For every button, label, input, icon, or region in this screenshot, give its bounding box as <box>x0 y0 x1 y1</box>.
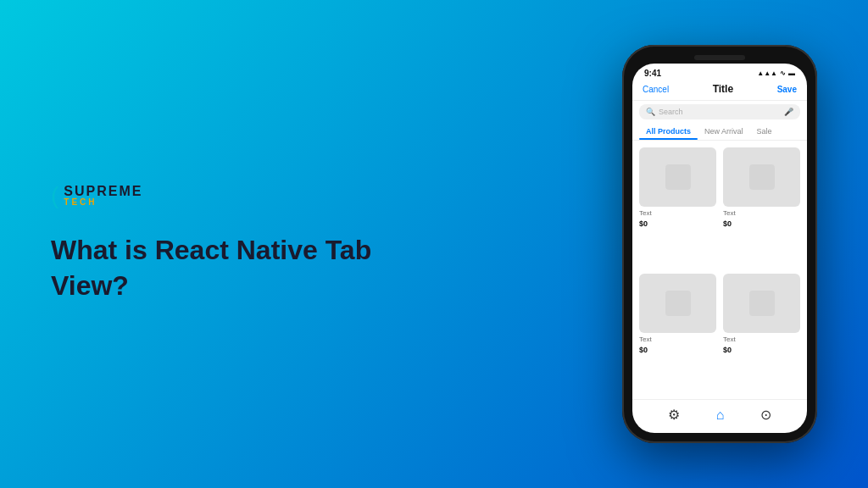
logo-tech: TECH <box>64 198 142 207</box>
signal-icon: ▲▲▲ <box>757 69 777 77</box>
product-card-2[interactable]: Text $0 <box>723 147 800 267</box>
logo: ( SUPREME TECH <box>51 184 622 208</box>
left-panel: ( SUPREME TECH What is React Native Tab … <box>51 184 622 303</box>
tab-sale[interactable]: Sale <box>750 123 779 140</box>
battery-icon: ▬ <box>788 69 795 77</box>
mic-icon[interactable]: 🎤 <box>784 108 793 116</box>
profile-tab-icon[interactable]: ⊙ <box>760 407 771 423</box>
product-image-1 <box>639 147 716 207</box>
product-price-2: $0 <box>723 219 800 228</box>
nav-cancel-button[interactable]: Cancel <box>643 85 669 94</box>
nav-save-button[interactable]: Save <box>777 85 797 94</box>
product-name-2: Text <box>723 209 800 217</box>
wifi-icon: ∿ <box>780 69 786 77</box>
search-icon: 🔍 <box>646 108 655 116</box>
product-name-4: Text <box>723 336 800 343</box>
tab-new-arrival[interactable]: New Arrival <box>698 123 750 140</box>
home-tab-icon[interactable]: ⌂ <box>716 408 725 423</box>
phone-notch <box>694 55 745 60</box>
tab-all-products[interactable]: All Products <box>639 123 698 140</box>
product-grid: Text $0 Text $0 Text $0 <box>632 141 807 399</box>
logo-bracket-icon: ( <box>51 184 58 208</box>
product-name-1: Text <box>639 209 716 217</box>
settings-tab-icon[interactable]: ⚙ <box>668 407 680 423</box>
product-price-4: $0 <box>723 346 800 354</box>
product-price-1: $0 <box>639 219 716 228</box>
product-card-1[interactable]: Text $0 <box>639 147 716 267</box>
product-price-3: $0 <box>639 346 716 354</box>
status-icons: ▲▲▲ ∿ ▬ <box>757 69 795 77</box>
search-bar[interactable]: 🔍 Search 🎤 <box>639 104 800 119</box>
phone-frame: 9:41 ▲▲▲ ∿ ▬ Cancel Title Save 🔍 Search … <box>622 45 817 443</box>
logo-supreme: SUPREME <box>64 185 142 198</box>
product-image-placeholder-3 <box>665 291 691 316</box>
status-bar: 9:41 ▲▲▲ ∿ ▬ <box>632 64 807 80</box>
product-card-3[interactable]: Text $0 <box>639 274 716 393</box>
phone-container: 9:41 ▲▲▲ ∿ ▬ Cancel Title Save 🔍 Search … <box>622 45 817 443</box>
product-name-3: Text <box>639 336 716 343</box>
main-heading: What is React Native Tab View? <box>51 233 390 303</box>
product-image-3 <box>639 274 716 333</box>
product-image-2 <box>723 147 800 207</box>
tabs-bar: All Products New Arrival Sale <box>632 123 807 141</box>
product-card-4[interactable]: Text $0 <box>723 274 800 393</box>
status-time: 9:41 <box>644 69 661 78</box>
logo-text-group: SUPREME TECH <box>64 185 142 207</box>
search-input[interactable]: Search <box>659 108 781 116</box>
phone-notch-area <box>632 55 807 60</box>
product-image-placeholder-2 <box>749 164 775 190</box>
bottom-tab-bar: ⚙ ⌂ ⊙ <box>632 399 807 433</box>
product-image-4 <box>723 274 800 333</box>
nav-title: Title <box>713 83 733 95</box>
product-image-placeholder-1 <box>665 164 691 190</box>
nav-bar: Cancel Title Save <box>632 80 807 101</box>
product-image-placeholder-4 <box>749 291 775 316</box>
phone-screen: 9:41 ▲▲▲ ∿ ▬ Cancel Title Save 🔍 Search … <box>632 64 807 433</box>
